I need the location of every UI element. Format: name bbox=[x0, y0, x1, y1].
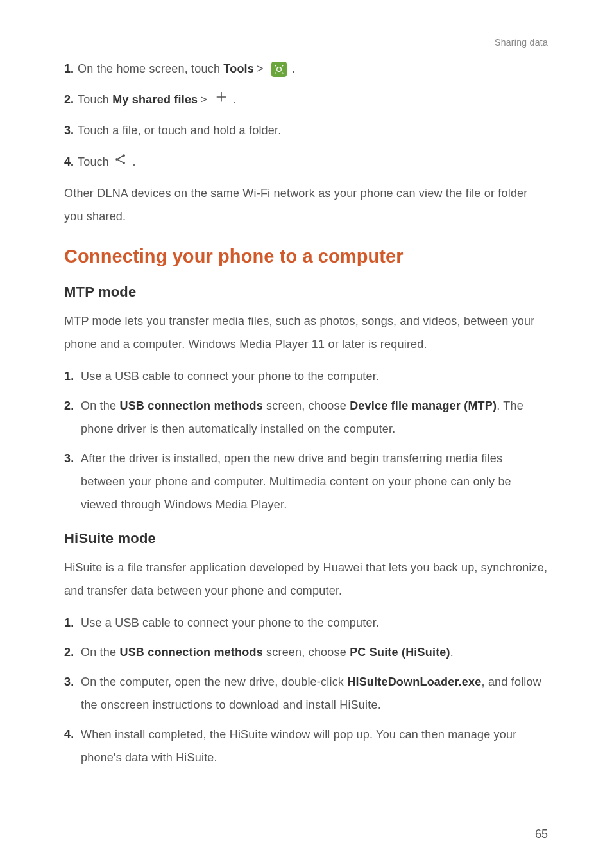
top-step-3: 3. Touch a file, or touch and hold a fol… bbox=[64, 119, 548, 141]
text-post: . bbox=[132, 155, 135, 168]
top-step-2: 2. Touch My shared files> . bbox=[64, 89, 548, 110]
mtp-step-3: 3. After the driver is installed, open t… bbox=[64, 447, 548, 516]
step-body: After the driver is installed, open the … bbox=[81, 447, 548, 516]
mtp-option-label: Device file manager (MTP) bbox=[350, 399, 497, 412]
step-number: 4. bbox=[64, 151, 74, 173]
hisuite-heading: HiSuite mode bbox=[64, 530, 548, 547]
step-body: Use a USB cable to connect your phone to… bbox=[81, 611, 548, 634]
plus-icon bbox=[215, 91, 228, 103]
top-step-4: 4. Touch . bbox=[64, 151, 548, 173]
svg-point-3 bbox=[123, 161, 125, 164]
mtp-intro: MTP mode lets you transfer media files, … bbox=[64, 309, 548, 356]
tools-label: Tools bbox=[223, 62, 254, 75]
svg-point-1 bbox=[116, 158, 119, 161]
top-step-1: 1. On the home screen, touch Tools> . bbox=[64, 58, 548, 80]
mtp-heading: MTP mode bbox=[64, 284, 548, 300]
step-body: On the computer, open the new drive, dou… bbox=[81, 670, 548, 716]
text-pre: Touch bbox=[78, 155, 112, 168]
step-number: 4. bbox=[64, 723, 81, 769]
step-text: Touch . bbox=[78, 151, 136, 173]
hisuite-exe-label: HiSuiteDownLoader.exe bbox=[347, 675, 481, 688]
usb-methods-label: USB connection methods bbox=[119, 646, 262, 659]
usb-methods-label: USB connection methods bbox=[119, 399, 262, 412]
text-pre: On the home screen, touch bbox=[78, 62, 223, 75]
hisuite-intro: HiSuite is a file transfer application d… bbox=[64, 556, 548, 602]
page-content: 1. On the home screen, touch Tools> . 2.… bbox=[64, 35, 548, 769]
step-body: On the USB connection methods screen, ch… bbox=[81, 641, 548, 664]
step-number: 2. bbox=[64, 394, 81, 440]
step-number: 1. bbox=[64, 365, 81, 388]
hisuite-step-3: 3. On the computer, open the new drive, … bbox=[64, 670, 548, 716]
page-number: 65 bbox=[535, 828, 548, 841]
my-shared-files-label: My shared files bbox=[112, 93, 198, 106]
step-text: Touch My shared files> . bbox=[78, 89, 237, 110]
text-pre: On the bbox=[81, 399, 119, 412]
text-post: . bbox=[233, 93, 236, 106]
step-text: On the home screen, touch Tools> . bbox=[78, 58, 295, 80]
step-text: Touch a file, or touch and hold a folder… bbox=[78, 119, 281, 141]
text-pre: Touch bbox=[78, 93, 112, 106]
step-number: 1. bbox=[64, 58, 74, 80]
hisuite-step-4: 4. When install completed, the HiSuite w… bbox=[64, 723, 548, 769]
text-mid: screen, choose bbox=[263, 399, 350, 412]
step-number: 3. bbox=[64, 447, 81, 516]
gt-token: > bbox=[200, 93, 207, 106]
step-number: 2. bbox=[64, 641, 81, 664]
dlna-app-icon bbox=[271, 62, 287, 77]
hisuite-step-1: 1. Use a USB cable to connect your phone… bbox=[64, 611, 548, 634]
gt-token: > bbox=[257, 62, 264, 75]
step-number: 1. bbox=[64, 611, 81, 634]
text-mid: screen, choose bbox=[263, 646, 350, 659]
text-post: . bbox=[450, 646, 454, 659]
step-number: 3. bbox=[64, 670, 81, 716]
step-body: Use a USB cable to connect your phone to… bbox=[81, 365, 548, 388]
step-number: 2. bbox=[64, 89, 74, 110]
section-heading: Connecting your phone to a computer bbox=[64, 246, 548, 267]
svg-point-0 bbox=[277, 67, 282, 72]
hisuite-option-label: PC Suite (HiSuite) bbox=[350, 646, 450, 659]
step-body: On the USB connection methods screen, ch… bbox=[81, 394, 548, 440]
hisuite-step-2: 2. On the USB connection methods screen,… bbox=[64, 641, 548, 664]
dlna-para: Other DLNA devices on the same Wi-Fi net… bbox=[64, 182, 548, 228]
header-section-label: Sharing data bbox=[495, 37, 548, 48]
svg-point-2 bbox=[123, 154, 125, 157]
share-icon bbox=[114, 153, 127, 166]
mtp-step-1: 1. Use a USB cable to connect your phone… bbox=[64, 365, 548, 388]
mtp-step-2: 2. On the USB connection methods screen,… bbox=[64, 394, 548, 440]
text-pre: On the computer, open the new drive, dou… bbox=[81, 675, 347, 688]
step-body: When install completed, the HiSuite wind… bbox=[81, 723, 548, 769]
step-number: 3. bbox=[64, 119, 74, 141]
text-pre: On the bbox=[81, 646, 119, 659]
text-post: . bbox=[292, 62, 295, 75]
